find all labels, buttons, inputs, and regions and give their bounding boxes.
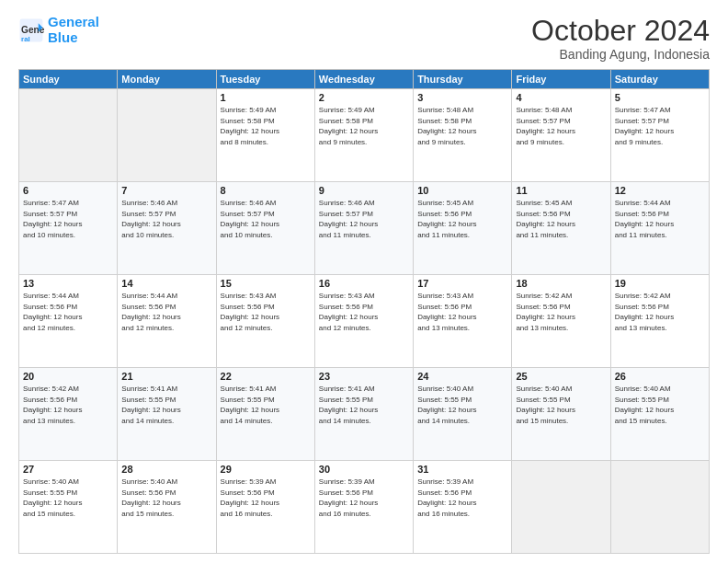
- calendar-cell: 29Sunrise: 5:39 AM Sunset: 5:56 PM Dayli…: [216, 461, 314, 554]
- day-number: 7: [121, 185, 211, 196]
- calendar-cell: 9Sunrise: 5:46 AM Sunset: 5:57 PM Daylig…: [314, 182, 413, 275]
- calendar-cell: 4Sunrise: 5:48 AM Sunset: 5:57 PM Daylig…: [512, 89, 610, 182]
- calendar-cell: 22Sunrise: 5:41 AM Sunset: 5:55 PM Dayli…: [216, 368, 314, 461]
- calendar-cell: 2Sunrise: 5:49 AM Sunset: 5:58 PM Daylig…: [314, 89, 413, 182]
- day-number: 24: [417, 371, 507, 382]
- day-info: Sunrise: 5:40 AM Sunset: 5:55 PM Dayligh…: [23, 477, 113, 519]
- weekday-header: Friday: [512, 70, 610, 89]
- day-info: Sunrise: 5:41 AM Sunset: 5:55 PM Dayligh…: [121, 384, 211, 426]
- day-number: 22: [221, 371, 311, 382]
- calendar-week-row: 1Sunrise: 5:49 AM Sunset: 5:58 PM Daylig…: [19, 89, 710, 182]
- calendar-cell: 28Sunrise: 5:40 AM Sunset: 5:56 PM Dayli…: [118, 461, 216, 554]
- day-info: Sunrise: 5:40 AM Sunset: 5:55 PM Dayligh…: [417, 384, 507, 426]
- day-number: 9: [319, 185, 409, 196]
- day-number: 5: [615, 92, 705, 103]
- day-info: Sunrise: 5:48 AM Sunset: 5:58 PM Dayligh…: [417, 105, 507, 147]
- location: Banding Agung, Indonesia: [531, 47, 710, 62]
- calendar-cell: [512, 461, 610, 554]
- day-number: 6: [23, 185, 113, 196]
- day-info: Sunrise: 5:49 AM Sunset: 5:58 PM Dayligh…: [319, 105, 409, 147]
- day-info: Sunrise: 5:41 AM Sunset: 5:55 PM Dayligh…: [319, 384, 409, 426]
- day-number: 21: [121, 371, 211, 382]
- calendar-cell: 11Sunrise: 5:45 AM Sunset: 5:56 PM Dayli…: [512, 182, 610, 275]
- calendar-cell: [19, 89, 118, 182]
- header: Gene ral General Blue October 2024 Bandi…: [18, 15, 710, 62]
- weekday-header: Tuesday: [216, 70, 314, 89]
- day-info: Sunrise: 5:39 AM Sunset: 5:56 PM Dayligh…: [221, 477, 311, 519]
- day-info: Sunrise: 5:47 AM Sunset: 5:57 PM Dayligh…: [615, 105, 705, 147]
- weekday-header: Wednesday: [314, 70, 413, 89]
- day-info: Sunrise: 5:46 AM Sunset: 5:57 PM Dayligh…: [319, 198, 409, 240]
- day-info: Sunrise: 5:42 AM Sunset: 5:56 PM Dayligh…: [516, 291, 606, 333]
- day-info: Sunrise: 5:41 AM Sunset: 5:55 PM Dayligh…: [221, 384, 311, 426]
- day-info: Sunrise: 5:40 AM Sunset: 5:56 PM Dayligh…: [121, 477, 211, 519]
- weekday-header: Sunday: [19, 70, 118, 89]
- logo-line2: Blue: [48, 29, 78, 45]
- day-number: 26: [615, 371, 705, 382]
- calendar-cell: 8Sunrise: 5:46 AM Sunset: 5:57 PM Daylig…: [216, 182, 314, 275]
- calendar-cell: 17Sunrise: 5:43 AM Sunset: 5:56 PM Dayli…: [414, 275, 512, 368]
- day-number: 4: [516, 92, 606, 103]
- calendar-table: SundayMondayTuesdayWednesdayThursdayFrid…: [18, 69, 710, 554]
- calendar-cell: 15Sunrise: 5:43 AM Sunset: 5:56 PM Dayli…: [216, 275, 314, 368]
- calendar-cell: 24Sunrise: 5:40 AM Sunset: 5:55 PM Dayli…: [414, 368, 512, 461]
- logo: Gene ral General Blue: [18, 15, 99, 45]
- calendar-cell: 5Sunrise: 5:47 AM Sunset: 5:57 PM Daylig…: [610, 89, 709, 182]
- calendar-cell: 31Sunrise: 5:39 AM Sunset: 5:56 PM Dayli…: [414, 461, 512, 554]
- day-number: 11: [516, 185, 606, 196]
- calendar-cell: 14Sunrise: 5:44 AM Sunset: 5:56 PM Dayli…: [118, 275, 216, 368]
- day-info: Sunrise: 5:49 AM Sunset: 5:58 PM Dayligh…: [221, 105, 311, 147]
- calendar-week-row: 20Sunrise: 5:42 AM Sunset: 5:56 PM Dayli…: [19, 368, 710, 461]
- calendar-cell: 19Sunrise: 5:42 AM Sunset: 5:56 PM Dayli…: [610, 275, 709, 368]
- calendar-cell: 1Sunrise: 5:49 AM Sunset: 5:58 PM Daylig…: [216, 89, 314, 182]
- day-number: 27: [23, 464, 113, 475]
- page: Gene ral General Blue October 2024 Bandi…: [0, 0, 728, 563]
- calendar-cell: 23Sunrise: 5:41 AM Sunset: 5:55 PM Dayli…: [314, 368, 413, 461]
- day-info: Sunrise: 5:45 AM Sunset: 5:56 PM Dayligh…: [417, 198, 507, 240]
- month-title: October 2024: [531, 15, 710, 47]
- day-number: 13: [23, 278, 113, 289]
- calendar-cell: 30Sunrise: 5:39 AM Sunset: 5:56 PM Dayli…: [314, 461, 413, 554]
- title-block: October 2024 Banding Agung, Indonesia: [531, 15, 710, 62]
- day-info: Sunrise: 5:43 AM Sunset: 5:56 PM Dayligh…: [417, 291, 507, 333]
- day-number: 2: [319, 92, 409, 103]
- logo-icon: Gene ral: [18, 17, 44, 43]
- day-number: 18: [516, 278, 606, 289]
- day-number: 8: [221, 185, 311, 196]
- day-number: 30: [319, 464, 409, 475]
- calendar-cell: 20Sunrise: 5:42 AM Sunset: 5:56 PM Dayli…: [19, 368, 118, 461]
- day-info: Sunrise: 5:40 AM Sunset: 5:55 PM Dayligh…: [516, 384, 606, 426]
- day-number: 10: [417, 185, 507, 196]
- day-info: Sunrise: 5:44 AM Sunset: 5:56 PM Dayligh…: [23, 291, 113, 333]
- calendar-cell: [610, 461, 709, 554]
- weekday-header: Saturday: [610, 70, 709, 89]
- day-info: Sunrise: 5:42 AM Sunset: 5:56 PM Dayligh…: [23, 384, 113, 426]
- day-info: Sunrise: 5:39 AM Sunset: 5:56 PM Dayligh…: [319, 477, 409, 519]
- calendar-cell: 26Sunrise: 5:40 AM Sunset: 5:55 PM Dayli…: [610, 368, 709, 461]
- calendar-cell: 7Sunrise: 5:46 AM Sunset: 5:57 PM Daylig…: [118, 182, 216, 275]
- day-info: Sunrise: 5:44 AM Sunset: 5:56 PM Dayligh…: [121, 291, 211, 333]
- day-info: Sunrise: 5:46 AM Sunset: 5:57 PM Dayligh…: [221, 198, 311, 240]
- calendar-header-row: SundayMondayTuesdayWednesdayThursdayFrid…: [19, 70, 710, 89]
- calendar-week-row: 13Sunrise: 5:44 AM Sunset: 5:56 PM Dayli…: [19, 275, 710, 368]
- calendar-cell: 25Sunrise: 5:40 AM Sunset: 5:55 PM Dayli…: [512, 368, 610, 461]
- calendar-cell: 6Sunrise: 5:47 AM Sunset: 5:57 PM Daylig…: [19, 182, 118, 275]
- calendar-cell: 12Sunrise: 5:44 AM Sunset: 5:56 PM Dayli…: [610, 182, 709, 275]
- day-number: 29: [221, 464, 311, 475]
- day-info: Sunrise: 5:43 AM Sunset: 5:56 PM Dayligh…: [221, 291, 311, 333]
- day-info: Sunrise: 5:46 AM Sunset: 5:57 PM Dayligh…: [121, 198, 211, 240]
- day-number: 15: [221, 278, 311, 289]
- calendar-cell: [118, 89, 216, 182]
- calendar-cell: 3Sunrise: 5:48 AM Sunset: 5:58 PM Daylig…: [414, 89, 512, 182]
- calendar-week-row: 6Sunrise: 5:47 AM Sunset: 5:57 PM Daylig…: [19, 182, 710, 275]
- day-number: 17: [417, 278, 507, 289]
- day-number: 14: [121, 278, 211, 289]
- day-info: Sunrise: 5:44 AM Sunset: 5:56 PM Dayligh…: [615, 198, 705, 240]
- svg-text:ral: ral: [21, 34, 30, 42]
- calendar-cell: 10Sunrise: 5:45 AM Sunset: 5:56 PM Dayli…: [414, 182, 512, 275]
- day-info: Sunrise: 5:42 AM Sunset: 5:56 PM Dayligh…: [615, 291, 705, 333]
- logo-text: General Blue: [48, 15, 99, 45]
- day-info: Sunrise: 5:39 AM Sunset: 5:56 PM Dayligh…: [417, 477, 507, 519]
- day-number: 20: [23, 371, 113, 382]
- day-info: Sunrise: 5:47 AM Sunset: 5:57 PM Dayligh…: [23, 198, 113, 240]
